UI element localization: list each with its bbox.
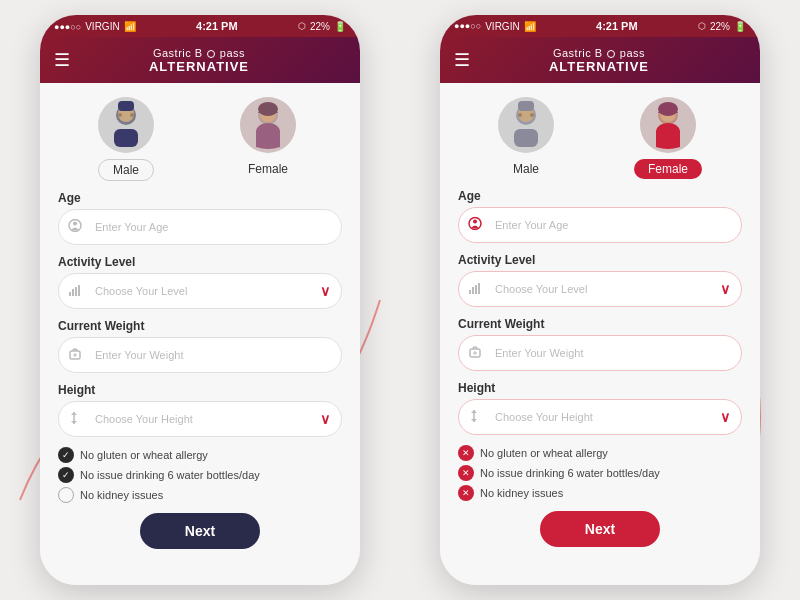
activity-wrapper-1[interactable]: ∨ [58, 273, 342, 309]
height-input-2[interactable] [458, 399, 742, 435]
svg-rect-11 [69, 292, 71, 296]
checkbox-item-1-3[interactable]: No kidney issues [58, 487, 342, 503]
activity-input-2[interactable] [458, 271, 742, 307]
time-1: 4:21 PM [196, 20, 238, 32]
gender-male-1[interactable]: Male [98, 97, 154, 181]
svg-rect-21 [514, 129, 538, 147]
weight-field-group-1: Current Weight [58, 319, 342, 373]
height-dropdown-arrow-2: ∨ [720, 409, 730, 425]
svg-point-24 [530, 113, 534, 117]
activity-icon-1 [68, 283, 82, 300]
male-label-2[interactable]: Male [499, 159, 553, 179]
checkbox-label-2-1: No gluten or wheat allergy [480, 447, 608, 459]
checkbox-item-2-3[interactable]: ✕ No kidney issues [458, 485, 742, 501]
svg-rect-22 [518, 101, 534, 111]
checkbox-label-1-1: No gluten or wheat allergy [80, 449, 208, 461]
bluetooth-icon: ⬡ [298, 21, 306, 31]
activity-input-1[interactable] [58, 273, 342, 309]
header-title-2: Gastric B pass ALTERNATIVE [480, 47, 718, 74]
height-label-1: Height [58, 383, 342, 397]
check-icon-2-2: ✕ [458, 465, 474, 481]
status-bar-1: ●●●○○ VIRGIN 📶 4:21 PM ⬡ 22% 🔋 [40, 15, 360, 37]
height-wrapper-1[interactable]: ∨ [58, 401, 342, 437]
svg-rect-1 [114, 129, 138, 147]
height-dropdown-arrow-1: ∨ [320, 411, 330, 427]
checkbox-item-1-1[interactable]: ✓ No gluten or wheat allergy [58, 447, 342, 463]
svg-rect-14 [78, 285, 80, 296]
activity-dropdown-arrow-2: ∨ [720, 281, 730, 297]
svg-point-23 [518, 113, 522, 117]
gender-male-2[interactable]: Male [498, 97, 554, 179]
svg-rect-31 [472, 287, 474, 294]
svg-rect-3 [118, 101, 134, 111]
svg-rect-32 [475, 285, 477, 294]
svg-rect-30 [469, 290, 471, 294]
check-icon-1-2: ✓ [58, 467, 74, 483]
wifi-icon-2: 📶 [524, 21, 536, 32]
checkbox-item-2-2[interactable]: ✕ No issue drinking 6 water bottles/day [458, 465, 742, 481]
female-label-1[interactable]: Female [234, 159, 302, 179]
header-title-1: Gastric B pass ALTERNATIVE [80, 47, 318, 74]
menu-icon-2[interactable]: ☰ [454, 49, 470, 71]
check-icon-1-3 [58, 487, 74, 503]
bluetooth-icon-2: ⬡ [698, 21, 706, 31]
weight-input-1[interactable] [58, 337, 342, 373]
check-icon-1-1: ✓ [58, 447, 74, 463]
weight-input-2[interactable] [458, 335, 742, 371]
activity-wrapper-2[interactable]: ∨ [458, 271, 742, 307]
o-circle-1 [207, 50, 215, 58]
next-button-1[interactable]: Next [140, 513, 260, 549]
menu-icon-1[interactable]: ☰ [54, 49, 70, 71]
check-icon-2-3: ✕ [458, 485, 474, 501]
battery-icon-1: 🔋 [334, 21, 346, 32]
weight-wrapper-2 [458, 335, 742, 371]
age-input-wrapper-2 [458, 207, 742, 243]
signal-dots-2: ●●●○○ [454, 21, 481, 31]
checkbox-item-2-1[interactable]: ✕ No gluten or wheat allergy [458, 445, 742, 461]
battery-1: 22% [310, 21, 330, 32]
weight-label-1: Current Weight [58, 319, 342, 333]
check-icon-2-1: ✕ [458, 445, 474, 461]
weight-icon-2 [468, 345, 482, 362]
activity-label-2: Activity Level [458, 253, 742, 267]
age-input-wrapper-1 [58, 209, 342, 245]
age-input-1[interactable] [58, 209, 342, 245]
age-label-1: Age [58, 191, 342, 205]
age-input-2[interactable] [458, 207, 742, 243]
phone-1: ●●●○○ VIRGIN 📶 4:21 PM ⬡ 22% 🔋 ☰ Gastric [40, 15, 360, 585]
status-bar-2: ●●●○○ VIRGIN 📶 4:21 PM ⬡ 22% 🔋 [440, 15, 760, 37]
male-avatar-1 [98, 97, 154, 153]
age-label-2: Age [458, 189, 742, 203]
svg-point-29 [473, 220, 477, 224]
male-label-1[interactable]: Male [98, 159, 154, 181]
age-icon-1 [68, 219, 82, 236]
height-wrapper-2[interactable]: ∨ [458, 399, 742, 435]
checkbox-label-2-2: No issue drinking 6 water bottles/day [480, 467, 660, 479]
carrier-2: VIRGIN [485, 21, 519, 32]
checkbox-label-1-3: No kidney issues [80, 489, 163, 501]
gender-female-2[interactable]: Female [634, 97, 702, 179]
female-label-2[interactable]: Female [634, 159, 702, 179]
height-input-1[interactable] [58, 401, 342, 437]
age-field-group-2: Age [458, 189, 742, 243]
height-label-2: Height [458, 381, 742, 395]
phone-2: ●●●○○ VIRGIN 📶 4:21 PM ⬡ 22% 🔋 ☰ Gastric… [440, 15, 760, 585]
svg-point-10 [73, 222, 77, 226]
svg-point-4 [118, 113, 122, 117]
weight-wrapper-1 [58, 337, 342, 373]
age-field-group-1: Age [58, 191, 342, 245]
checkbox-list-1: ✓ No gluten or wheat allergy ✓ No issue … [58, 447, 342, 503]
activity-field-group-2: Activity Level ∨ [458, 253, 742, 307]
male-avatar-2 [498, 97, 554, 153]
checkbox-label-2-3: No kidney issues [480, 487, 563, 499]
gender-female-1[interactable]: Female [234, 97, 302, 181]
activity-dropdown-arrow-1: ∨ [320, 283, 330, 299]
checkbox-item-1-2[interactable]: ✓ No issue drinking 6 water bottles/day [58, 467, 342, 483]
checkbox-list-2: ✕ No gluten or wheat allergy ✕ No issue … [458, 445, 742, 501]
battery-icon-2: 🔋 [734, 21, 746, 32]
age-icon-2 [468, 217, 482, 234]
content-2: Male Female [440, 83, 760, 585]
female-avatar-1 [240, 97, 296, 153]
next-button-2[interactable]: Next [540, 511, 660, 547]
carrier-1: VIRGIN [85, 21, 119, 32]
